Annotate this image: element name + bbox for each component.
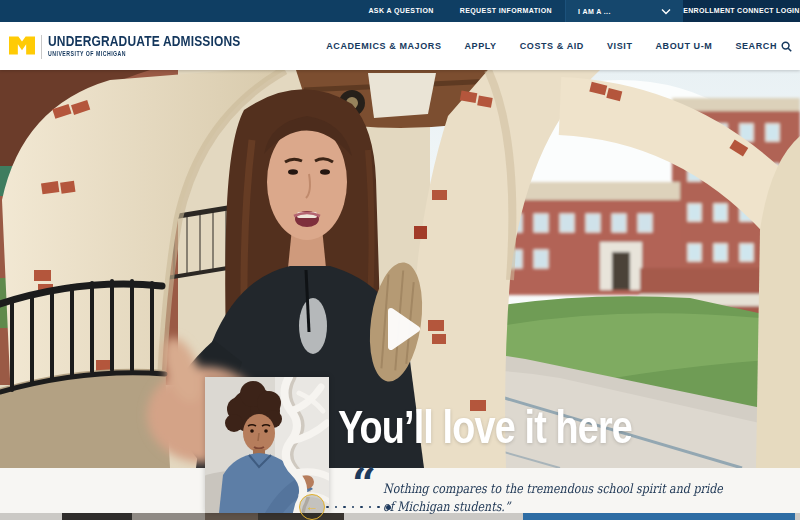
- site-title: UNDERGRADUATE ADMISSIONS: [48, 33, 241, 48]
- dotted-connector: [326, 504, 402, 510]
- enrollment-connect-login-button[interactable]: ENROLLMENT CONNECT LOGIN: [683, 0, 800, 22]
- nav-apply[interactable]: APPLY: [465, 41, 497, 51]
- strip-segment: [62, 513, 132, 520]
- next-section-peek: [0, 513, 800, 520]
- site-header: UNDERGRADUATE ADMISSIONS UNIVERSITY OF M…: [0, 22, 800, 70]
- play-button[interactable]: [378, 302, 428, 358]
- search-icon: [781, 41, 792, 52]
- quote-line-2: of Michigan students.”: [383, 499, 510, 514]
- quote-line-1: Nothing compares to the tremendous schoo…: [383, 481, 723, 496]
- utility-bar: ASK A QUESTION REQUEST INFORMATION I AM …: [0, 0, 800, 22]
- strip-segment: [205, 513, 258, 520]
- primary-nav: ACADEMICS & MAJORS APPLY COSTS & AID VIS…: [326, 22, 792, 70]
- carousel-prev-button[interactable]: ←: [299, 494, 325, 520]
- thumbnail-image: [205, 377, 329, 513]
- i-am-a-dropdown[interactable]: I AM A ...: [565, 0, 683, 22]
- site-subtitle: UNIVERSITY OF MICHIGAN: [48, 50, 241, 57]
- nav-academics-majors[interactable]: ACADEMICS & MAJORS: [326, 41, 441, 51]
- nav-search[interactable]: SEARCH: [735, 41, 792, 52]
- ask-a-question-link[interactable]: ASK A QUESTION: [355, 0, 446, 22]
- nav-costs-aid[interactable]: COSTS & AID: [520, 41, 584, 51]
- chevron-down-icon: [661, 8, 671, 15]
- i-am-a-label: I AM A ...: [578, 8, 611, 15]
- hero-video[interactable]: [0, 70, 800, 468]
- site-logo[interactable]: UNDERGRADUATE ADMISSIONS UNIVERSITY OF M…: [9, 27, 289, 59]
- play-icon: [383, 305, 423, 353]
- block-m-logo-icon: [9, 36, 35, 55]
- nav-visit[interactable]: VISIT: [607, 41, 633, 51]
- strip-segment: [132, 513, 205, 520]
- logo-divider: [41, 35, 42, 59]
- progress-bar: [523, 513, 795, 520]
- quote-mark: “: [352, 464, 376, 506]
- carousel-thumbnail[interactable]: [205, 377, 329, 513]
- request-information-link[interactable]: REQUEST INFORMATION: [447, 0, 565, 22]
- nav-about-um[interactable]: ABOUT U-M: [655, 41, 712, 51]
- search-label: SEARCH: [735, 41, 777, 51]
- left-arrow-icon: ←: [306, 499, 319, 514]
- hero-video-frame: [0, 70, 800, 468]
